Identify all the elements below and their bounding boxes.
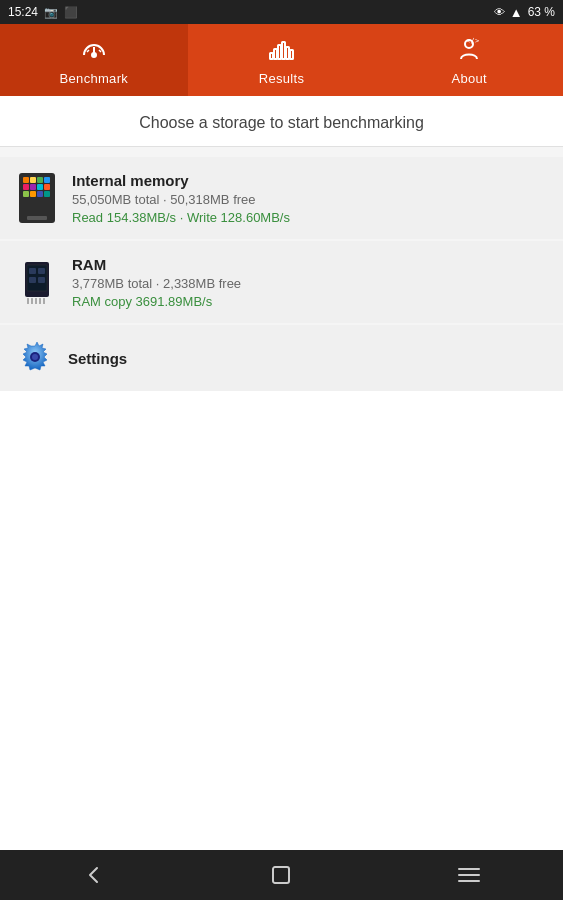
svg-line-2 <box>87 50 89 52</box>
svg-rect-32 <box>27 298 29 304</box>
status-bar-left: 15:24 📷 ⬛ <box>8 5 78 19</box>
menu-button[interactable] <box>439 855 499 895</box>
svg-rect-35 <box>39 298 41 304</box>
svg-rect-17 <box>23 184 29 190</box>
wifi-icon: ▲ <box>510 5 523 20</box>
notification-icon: ⬛ <box>64 6 78 19</box>
camera-icon: 📷 <box>44 6 58 19</box>
time-display: 15:24 <box>8 5 38 19</box>
list-item-internal-memory[interactable]: Internal memory 55,050MB total · 50,318M… <box>0 157 563 239</box>
tab-results-label: Results <box>259 71 304 86</box>
internal-memory-subtitle: 55,050MB total · 50,318MB free <box>72 192 290 207</box>
ram-speed: RAM copy 3691.89MB/s <box>72 294 241 309</box>
svg-rect-5 <box>274 49 277 59</box>
tab-benchmark[interactable]: Benchmark <box>0 24 188 96</box>
svg-rect-23 <box>37 191 43 197</box>
svg-rect-16 <box>44 177 50 183</box>
tab-about-label: About <box>451 71 486 86</box>
svg-rect-21 <box>23 191 29 197</box>
tab-results[interactable]: Results <box>188 24 376 96</box>
about-icon: </> <box>455 35 483 67</box>
top-nav: Benchmark Results </> About <box>0 24 563 96</box>
svg-rect-29 <box>38 268 45 274</box>
tab-benchmark-label: Benchmark <box>60 71 128 86</box>
storage-list: Internal memory 55,050MB total · 50,318M… <box>0 157 563 391</box>
status-bar-right: 👁 ▲ 63 % <box>494 5 555 20</box>
back-button[interactable] <box>64 855 124 895</box>
svg-rect-9 <box>290 50 293 59</box>
visibility-icon: 👁 <box>494 6 505 18</box>
svg-rect-19 <box>37 184 43 190</box>
svg-point-38 <box>32 354 38 360</box>
svg-rect-15 <box>37 177 43 183</box>
svg-point-1 <box>92 53 96 57</box>
svg-rect-39 <box>273 867 289 883</box>
benchmark-icon <box>80 35 108 67</box>
svg-rect-8 <box>286 47 289 59</box>
svg-rect-4 <box>270 53 273 59</box>
settings-title: Settings <box>68 350 127 367</box>
battery-display: 63 % <box>528 5 555 19</box>
internal-memory-title: Internal memory <box>72 172 290 189</box>
svg-rect-25 <box>27 216 47 220</box>
svg-rect-14 <box>30 177 36 183</box>
ram-text: RAM 3,778MB total · 2,338MB free RAM cop… <box>72 256 241 309</box>
svg-rect-31 <box>38 277 45 283</box>
ram-title: RAM <box>72 256 241 273</box>
settings-text: Settings <box>68 350 127 367</box>
results-icon <box>268 35 296 67</box>
svg-rect-28 <box>29 268 36 274</box>
svg-rect-13 <box>23 177 29 183</box>
internal-memory-text: Internal memory 55,050MB total · 50,318M… <box>72 172 290 225</box>
home-button[interactable] <box>251 855 311 895</box>
svg-rect-7 <box>282 42 285 59</box>
ram-icon-container <box>16 255 58 309</box>
internal-memory-speed: Read 154.38MB/s · Write 128.60MB/s <box>72 210 290 225</box>
svg-rect-34 <box>35 298 37 304</box>
svg-rect-36 <box>43 298 45 304</box>
tab-about[interactable]: </> About <box>375 24 563 96</box>
svg-text:</>: </> <box>466 37 480 45</box>
svg-rect-33 <box>31 298 33 304</box>
settings-icon <box>16 339 54 377</box>
list-item-ram[interactable]: RAM 3,778MB total · 2,338MB free RAM cop… <box>0 241 563 323</box>
svg-line-3 <box>99 50 101 52</box>
bottom-nav <box>0 850 563 900</box>
svg-rect-20 <box>44 184 50 190</box>
internal-memory-icon <box>16 171 58 225</box>
list-item-settings[interactable]: Settings <box>0 325 563 391</box>
svg-rect-22 <box>30 191 36 197</box>
main-content: Choose a storage to start benchmarking <box>0 96 563 391</box>
page-title: Choose a storage to start benchmarking <box>0 96 563 147</box>
svg-rect-6 <box>278 45 281 59</box>
status-bar: 15:24 📷 ⬛ 👁 ▲ 63 % <box>0 0 563 24</box>
ram-subtitle: 3,778MB total · 2,338MB free <box>72 276 241 291</box>
svg-rect-30 <box>29 277 36 283</box>
svg-rect-24 <box>44 191 50 197</box>
svg-rect-18 <box>30 184 36 190</box>
